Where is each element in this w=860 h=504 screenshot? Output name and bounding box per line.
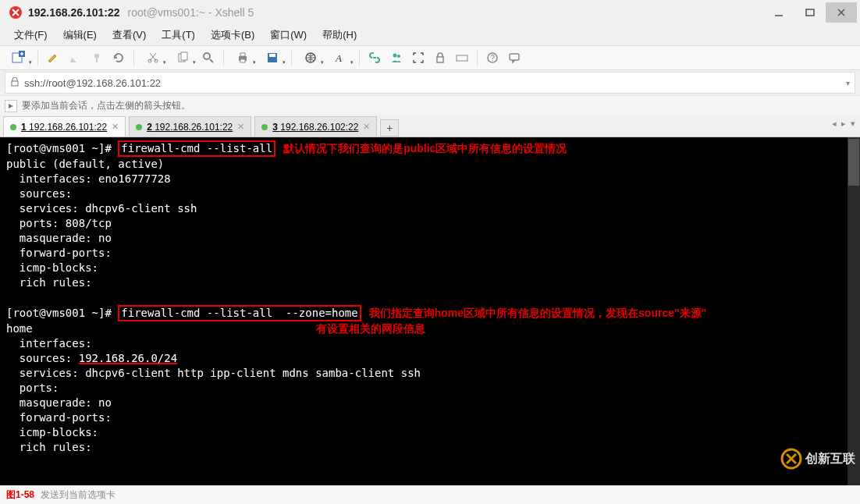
pin-icon[interactable] [87,48,107,68]
svg-rect-14 [240,53,245,56]
maximize-button[interactable] [794,2,826,23]
svg-text:?: ? [491,54,496,62]
term-line: forward-ports: [6,247,112,259]
svg-rect-29 [12,81,18,86]
menu-window[interactable]: 窗口(W) [264,27,313,44]
command-highlight: firewall-cmd --list-all [118,140,275,157]
link-button[interactable] [364,48,385,68]
address-bar[interactable]: ssh://root@192.168.26.101:22 ▾ [5,72,855,94]
tab-nav: ◂ ▸ ▾ [832,119,855,129]
term-line: forward-ports: [6,411,112,424]
prompt: [root@vms001 ~]# [6,307,118,319]
title-bar: 192.168.26.101:22 root@vms001:~ - Xshell… [0,0,860,25]
window-title-sub: root@vms001:~ - Xshell 5 [128,6,254,19]
session-tab-1[interactable]: 1 192.168.26.101:22 ✕ [3,116,126,137]
menu-bar: 文件(F) 编辑(E) 查看(V) 工具(T) 选项卡(B) 窗口(W) 帮助(… [0,25,860,45]
term-line: rich rules: [6,441,92,453]
toolbar-separator [37,50,38,66]
lock-icon [10,77,20,89]
toolbar-separator [223,50,224,66]
term-line: masquerade: no [6,232,112,244]
svg-rect-10 [181,52,187,60]
status-hint: 发送到当前选项卡 [41,488,115,502]
session-tab-strip: 1 192.168.26.101:22 ✕ 2 192.168.26.101:2… [0,115,860,137]
status-bar: 图1-58 发送到当前选项卡 [0,485,860,504]
term-line: home [6,322,33,335]
globe-button[interactable]: ▾ [297,48,325,68]
annotation: 有设置相关的网段信息 [316,322,425,335]
app-icon [8,5,23,20]
hint-bar: 要添加当前会话，点击左侧的箭头按钮。 [0,95,860,115]
svg-rect-23 [457,55,467,61]
scrollbar-thumb[interactable] [848,139,859,186]
toolbar: ▾ ▾ ▾ ▾ ▾ ▾ A▾ ? [0,45,860,70]
pencil-icon[interactable] [65,48,85,68]
terminal-scrollbar[interactable] [848,137,860,485]
term-line: masquerade: no [6,396,112,409]
toolbar-separator [291,50,292,66]
term-line: services: dhcpv6-client http ipp-client … [6,367,421,379]
refresh-icon[interactable] [108,48,129,68]
copy-button[interactable]: ▾ [169,48,197,68]
menu-file[interactable]: 文件(F) [8,27,54,44]
menu-tab[interactable]: 选项卡(B) [204,27,261,44]
edit-icon[interactable] [43,48,63,68]
hint-text: 要添加当前会话，点击左侧的箭头按钮。 [22,99,190,112]
font-button[interactable]: A▾ [326,48,354,68]
term-line: sources: [6,187,72,200]
term-line: ports: [6,382,59,394]
chat-button[interactable] [504,48,524,68]
term-line: public (default, active) [6,158,164,170]
address-dropdown-icon[interactable]: ▾ [846,79,850,87]
tab-close-icon[interactable]: ✕ [112,122,119,132]
svg-rect-15 [240,59,245,62]
command-highlight: firewall-cmd --list-all --zone=home [118,305,361,321]
cut-button[interactable]: ▾ [139,48,167,68]
menu-edit[interactable]: 编辑(E) [57,27,103,44]
annotation: 我们指定查询home区域中所有信息的设置情况，发现在source"来源" [369,307,707,319]
svg-rect-17 [269,54,275,57]
tab-close-icon[interactable]: ✕ [363,122,370,132]
svg-point-20 [393,54,397,58]
svg-rect-22 [437,57,443,62]
minimize-button[interactable] [763,2,794,23]
term-line: sources: 192.168.26.0/24 [6,352,177,364]
terminal-area: [root@vms001 ~]# firewall-cmd --list-all… [0,137,860,485]
menu-tools[interactable]: 工具(T) [155,27,201,44]
term-line: rich rules: [6,276,92,289]
terminal[interactable]: [root@vms001 ~]# firewall-cmd --list-all… [0,137,848,485]
session-tab-3[interactable]: 3 192.168.26.102:22 ✕ [254,116,377,137]
term-line: interfaces: [6,337,92,350]
close-button[interactable] [826,2,857,23]
add-tab-button[interactable]: + [380,119,399,137]
svg-rect-2 [806,9,814,16]
print-button[interactable]: ▾ [229,48,257,68]
tab-prev-icon[interactable]: ◂ [832,119,837,129]
keyboard-button[interactable] [452,48,472,68]
menu-help[interactable]: 帮助(H) [316,27,363,44]
toolbar-separator [133,50,134,66]
term-line: icmp-blocks: [6,261,98,274]
help-button[interactable]: ? [482,48,503,68]
toolbar-separator [359,50,360,66]
lock-button[interactable] [430,48,450,68]
hint-arrow-icon[interactable] [5,100,17,112]
session-tab-2[interactable]: 2 192.168.26.101:22 ✕ [129,116,251,137]
svg-text:A: A [335,52,342,64]
prompt: [root@vms001 ~]# [6,142,118,154]
people-button[interactable] [386,48,407,68]
tab-list-icon[interactable]: ▾ [851,119,855,129]
svg-point-5 [94,54,99,59]
svg-point-11 [204,53,210,59]
tab-close-icon[interactable]: ✕ [237,122,244,132]
figure-label: 图1-58 [6,488,34,502]
fullscreen-button[interactable] [408,48,428,68]
tab-next-icon[interactable]: ▸ [841,119,846,129]
save-button[interactable]: ▾ [258,48,286,68]
menu-view[interactable]: 查看(V) [106,27,152,44]
term-line: icmp-blocks: [6,426,98,438]
new-session-button[interactable]: ▾ [5,48,33,68]
annotation: 默认情况下我们查询的是public区域中所有信息的设置情况 [283,142,567,154]
search-button[interactable] [198,48,219,68]
term-line: services: dhcpv6-client ssh [6,202,197,215]
